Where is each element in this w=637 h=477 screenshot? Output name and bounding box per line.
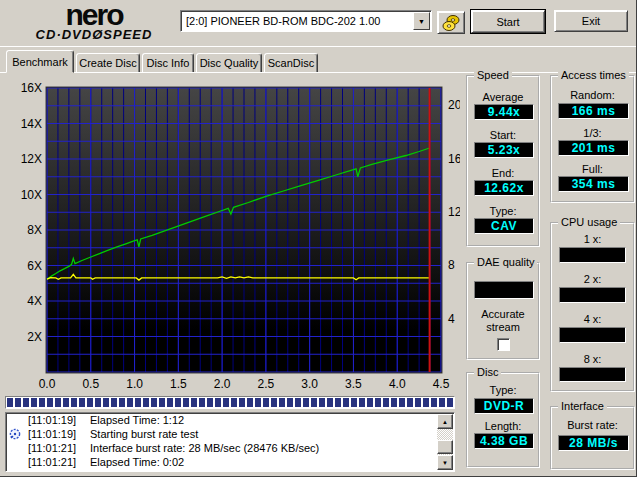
svg-text:0.5: 0.5 bbox=[82, 377, 99, 391]
cpu-usage-group: CPU usage 1 x: 2 x: 4 x: 8 x: bbox=[550, 222, 635, 392]
logo-cddvd-text: CD·DVD bbox=[36, 27, 93, 42]
scroll-up-button[interactable]: ▲ bbox=[437, 414, 453, 429]
accurate-stream-checkbox[interactable] bbox=[497, 338, 510, 351]
disc-logo-icon: Ø bbox=[92, 27, 103, 42]
svg-text:6X: 6X bbox=[27, 259, 42, 273]
access-times-group: Access times Random: 166 ms 1/3: 201 ms … bbox=[550, 75, 635, 203]
svg-text:1.0: 1.0 bbox=[126, 377, 143, 391]
one-third-label: 1/3: bbox=[552, 127, 633, 139]
svg-text:4.0: 4.0 bbox=[389, 377, 406, 391]
access-times-group-title: Access times bbox=[558, 69, 629, 81]
average-label: Average bbox=[468, 91, 538, 103]
full-label: Full: bbox=[552, 163, 633, 175]
tab-scandisc[interactable]: ScanDisc bbox=[264, 53, 318, 73]
speed-type-value: CAV bbox=[474, 218, 534, 234]
scroll-down-icon: ▼ bbox=[442, 460, 448, 466]
cpu-4x-value bbox=[559, 327, 626, 343]
log-scrollbar[interactable]: ▲ ▼ bbox=[437, 414, 453, 470]
random-label: Random: bbox=[552, 89, 633, 101]
eject-disc-button[interactable] bbox=[437, 11, 465, 34]
svg-text:8: 8 bbox=[448, 258, 455, 272]
full-access-value: 354 ms bbox=[558, 176, 629, 192]
cpu-8x-value bbox=[559, 367, 626, 382]
start-button[interactable]: Start bbox=[471, 10, 545, 33]
cpu-8x-label: 8 x: bbox=[552, 353, 633, 365]
start-speed-value: 5.23x bbox=[474, 142, 534, 158]
disc-type-value: DVD-R bbox=[474, 398, 534, 414]
svg-text:0.0: 0.0 bbox=[39, 377, 56, 391]
app-logo: nero CD·DVDØSPEED bbox=[14, 2, 174, 42]
cpu-4x-label: 4 x: bbox=[552, 313, 633, 325]
svg-text:3.5: 3.5 bbox=[345, 377, 362, 391]
svg-text:1.5: 1.5 bbox=[170, 377, 187, 391]
drive-selector[interactable]: [2:0] PIONEER BD-ROM BDC-202 1.00 ▼ bbox=[180, 10, 432, 32]
tab-benchmark[interactable]: Benchmark bbox=[6, 50, 74, 73]
svg-text:8X: 8X bbox=[27, 223, 42, 237]
burst-rate-value: 28 MB/s bbox=[558, 435, 629, 451]
svg-text:20: 20 bbox=[448, 98, 460, 112]
svg-text:3.0: 3.0 bbox=[301, 377, 318, 391]
interface-group-title: Interface bbox=[558, 400, 607, 412]
svg-text:4.5: 4.5 bbox=[433, 377, 450, 391]
app-window: nero CD·DVDØSPEED [2:0] PIONEER BD-ROM B… bbox=[0, 0, 637, 477]
cpu-1x-label: 1 x: bbox=[552, 233, 633, 245]
disc-length-label: Length: bbox=[468, 420, 538, 432]
progress-bar bbox=[5, 396, 455, 409]
benchmark-chart: 2X4X6X8X10X12X14X16X481216200.00.51.01.5… bbox=[2, 74, 460, 392]
cpu-2x-label: 2 x: bbox=[552, 273, 633, 285]
toolbar: nero CD·DVDØSPEED [2:0] PIONEER BD-ROM B… bbox=[0, 0, 636, 47]
speed-group: Speed Average 9.44x Start: 5.23x End: 12… bbox=[466, 75, 540, 247]
accurate-stream-label: Accurate stream bbox=[468, 308, 538, 334]
cpu-usage-group-title: CPU usage bbox=[558, 216, 620, 228]
tab-create-disc[interactable]: Create Disc bbox=[76, 53, 140, 73]
svg-text:4: 4 bbox=[448, 312, 455, 326]
svg-text:12: 12 bbox=[448, 205, 460, 219]
disc-length-value: 4.38 GB bbox=[474, 433, 534, 449]
svg-text:12X: 12X bbox=[21, 152, 42, 166]
svg-text:2.5: 2.5 bbox=[258, 377, 275, 391]
interface-group: Interface Burst rate: 28 MB/s bbox=[550, 406, 635, 470]
tab-disc-quality[interactable]: Disc Quality bbox=[196, 53, 262, 73]
log-list: [11:01:19] Elapsed Time: 1:12 [11:01:19]… bbox=[5, 412, 455, 472]
svg-text:14X: 14X bbox=[21, 117, 42, 131]
tab-strip: Benchmark Create Disc Disc Info Disc Qua… bbox=[0, 50, 636, 73]
burst-rate-label: Burst rate: bbox=[552, 419, 633, 431]
drive-selector-value: [2:0] PIONEER BD-ROM BDC-202 1.00 bbox=[181, 15, 413, 27]
random-access-value: 166 ms bbox=[558, 103, 629, 119]
disc-type-label: Type: bbox=[468, 384, 538, 396]
disc-group-title: Disc bbox=[474, 366, 501, 378]
end-label: End: bbox=[468, 167, 538, 179]
dropdown-button[interactable]: ▼ bbox=[413, 12, 430, 30]
svg-text:16X: 16X bbox=[21, 81, 42, 95]
nero-logo-text: nero bbox=[14, 2, 174, 28]
log-entry[interactable]: [11:01:21] Interface burst rate: 28 MB/s… bbox=[6, 441, 454, 455]
disc-eject-icon bbox=[441, 14, 461, 32]
progress-bar-fill bbox=[7, 398, 453, 407]
scroll-down-button[interactable]: ▼ bbox=[437, 455, 453, 470]
disc-group: Disc Type: DVD-R Length: 4.38 GB bbox=[466, 372, 540, 468]
one-third-access-value: 201 ms bbox=[558, 140, 629, 156]
log-entry[interactable]: [11:01:19] Starting burst rate test bbox=[6, 427, 454, 441]
end-speed-value: 12.62x bbox=[474, 180, 534, 196]
cpu-1x-value bbox=[559, 247, 626, 263]
chevron-down-icon: ▼ bbox=[418, 18, 425, 25]
log-entry[interactable]: [11:01:19] Elapsed Time: 1:12 bbox=[6, 413, 454, 427]
svg-text:2X: 2X bbox=[27, 330, 42, 344]
svg-text:4X: 4X bbox=[27, 294, 42, 308]
start-label: Start: bbox=[468, 129, 538, 141]
svg-text:10X: 10X bbox=[21, 188, 42, 202]
log-entry[interactable]: [11:01:21] Elapsed Time: 0:02 bbox=[6, 455, 454, 469]
tab-disc-info[interactable]: Disc Info bbox=[142, 53, 194, 73]
type-label: Type: bbox=[468, 205, 538, 217]
scroll-up-icon: ▲ bbox=[442, 419, 448, 425]
average-speed-value: 9.44x bbox=[474, 104, 534, 120]
svg-text:16: 16 bbox=[448, 152, 460, 166]
scrollbar-thumb[interactable] bbox=[437, 440, 453, 454]
logo-speed-text: SPEED bbox=[103, 27, 152, 42]
exit-button[interactable]: Exit bbox=[554, 10, 628, 32]
dae-quality-group-title: DAE quality bbox=[474, 256, 537, 268]
clock-icon bbox=[9, 428, 21, 440]
dae-quality-group: DAE quality Accurate stream bbox=[466, 262, 540, 360]
dae-quality-value bbox=[474, 281, 534, 299]
speed-group-title: Speed bbox=[474, 69, 512, 81]
